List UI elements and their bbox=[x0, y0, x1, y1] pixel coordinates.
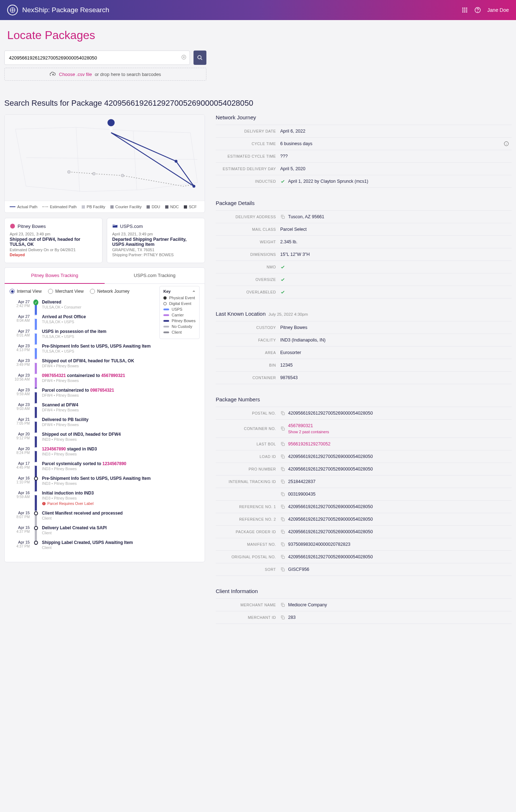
view-merchant[interactable]: Merchant View bbox=[48, 289, 83, 294]
svg-rect-37 bbox=[282, 556, 284, 558]
copy-icon[interactable] bbox=[280, 454, 285, 459]
timeline-event: Apr 158:07 PM Client Manifest received a… bbox=[10, 511, 200, 525]
tracking-card: Pitney Bowes Tracking USPS.com Tracking … bbox=[4, 267, 205, 562]
svg-rect-40 bbox=[282, 617, 284, 619]
csv-dropzone[interactable]: Choose .csv file or drop here to search … bbox=[4, 68, 206, 81]
copy-icon[interactable] bbox=[280, 529, 285, 534]
svg-rect-7 bbox=[464, 11, 465, 13]
kv-row: Merchant ID283 bbox=[216, 611, 512, 624]
timeline-event: Apr 161:10 PM Pre-Shipment Info Sent to … bbox=[10, 476, 200, 491]
copy-icon[interactable] bbox=[280, 517, 285, 522]
event-dot bbox=[34, 359, 38, 363]
timeline-event: Apr 233:49 PM Shipped out of DFW4, heade… bbox=[10, 358, 200, 373]
kv-row: CustodyPitney Bowes bbox=[216, 321, 512, 334]
timeline-event: Apr 217:05 PM Delivered to PB facility D… bbox=[10, 417, 200, 432]
help-icon[interactable] bbox=[474, 7, 481, 13]
copy-icon[interactable] bbox=[280, 214, 285, 219]
section-client-info: Client Information Merchant NameMediocre… bbox=[216, 588, 512, 624]
svg-rect-33 bbox=[282, 506, 284, 508]
copy-icon[interactable] bbox=[280, 542, 285, 547]
usps-logo-icon bbox=[112, 223, 118, 229]
kv-row: Dimensions15"L 12"W 3"H bbox=[216, 248, 512, 261]
copy-icon[interactable] bbox=[280, 479, 285, 484]
kv-row: Merchant NameMediocre Company bbox=[216, 598, 512, 611]
event-dot bbox=[34, 403, 38, 407]
kv-row: Overlabeled bbox=[216, 286, 512, 298]
svg-rect-30 bbox=[282, 468, 284, 471]
info-icon[interactable] bbox=[504, 141, 509, 146]
event-dot bbox=[34, 462, 38, 466]
kv-row: NMO bbox=[216, 261, 512, 273]
pitney-logo-icon bbox=[10, 223, 15, 229]
journey-map[interactable] bbox=[5, 115, 205, 201]
map-legend: Actual Path Estimated Path PB Facility C… bbox=[5, 201, 205, 212]
dropzone-text: or drop here to search barcodes bbox=[95, 72, 161, 77]
carrier-card-pitney[interactable]: Pitney Bowes April 23, 2021, 3:49 pm Shi… bbox=[4, 218, 102, 263]
svg-rect-34 bbox=[282, 519, 284, 521]
kv-row: Last BOL95661926129270052 bbox=[216, 438, 512, 450]
kv-row: Delivery DateApril 6, 2022 bbox=[216, 125, 512, 137]
event-dot bbox=[34, 541, 38, 545]
event-dot bbox=[34, 418, 38, 422]
svg-point-15 bbox=[92, 172, 95, 175]
event-dot bbox=[34, 433, 38, 436]
clear-icon[interactable] bbox=[181, 55, 186, 61]
kv-row: Postal No.420956619261292700526900005402… bbox=[216, 407, 512, 419]
check-icon bbox=[280, 290, 285, 295]
svg-rect-0 bbox=[462, 8, 463, 9]
copy-icon[interactable] bbox=[280, 492, 285, 497]
svg-point-12 bbox=[198, 56, 201, 59]
svg-rect-35 bbox=[282, 531, 284, 533]
copy-icon[interactable] bbox=[280, 554, 285, 559]
kv-row: Bin12345 bbox=[216, 359, 512, 371]
view-network[interactable]: Network Journey bbox=[90, 289, 129, 294]
timeline-event: Apr 169:59 AM Initial induction into IND… bbox=[10, 491, 200, 511]
timeline-event: Apr 278:04 AM Arrived at Post Office TUL… bbox=[10, 314, 200, 329]
kv-row: SortGISCF956 bbox=[216, 563, 512, 576]
carrier-card-usps[interactable]: USPS.com April 23, 2021, 3:49 pm Departe… bbox=[107, 218, 205, 263]
kv-row: Container No.4567890321Show 2 past conta… bbox=[216, 419, 512, 438]
copy-icon[interactable] bbox=[280, 426, 285, 431]
check-icon: ✓ bbox=[33, 300, 38, 305]
svg-rect-32 bbox=[282, 493, 284, 496]
svg-rect-1 bbox=[464, 8, 465, 9]
copy-icon[interactable] bbox=[280, 504, 285, 509]
kv-row: InductedApril 1, 2022 by Clayton Sprunck… bbox=[216, 175, 512, 188]
svg-rect-39 bbox=[282, 604, 284, 606]
search-button[interactable] bbox=[194, 51, 206, 65]
kv-row: Estimated Cycle Time??? bbox=[216, 150, 512, 162]
kv-row: Manifest No.9375089830240000020782823 bbox=[216, 538, 512, 550]
kv-row: Reference No. 14209566192612927005269000… bbox=[216, 500, 512, 513]
chevron-up-icon[interactable] bbox=[192, 290, 196, 293]
app-header: NexShip: Package Research Jane Doe bbox=[0, 0, 516, 20]
kv-row: Pro Number420956619261292700526900005402… bbox=[216, 463, 512, 475]
search-input[interactable] bbox=[4, 51, 190, 65]
tab-usps-tracking[interactable]: USPS.com Tracking bbox=[105, 268, 205, 284]
svg-rect-8 bbox=[466, 11, 467, 13]
copy-icon[interactable] bbox=[280, 411, 285, 416]
check-icon bbox=[280, 264, 285, 269]
tab-pitney-tracking[interactable]: Pitney Bowes Tracking bbox=[5, 268, 105, 284]
copy-icon[interactable] bbox=[280, 441, 285, 446]
copy-icon[interactable] bbox=[280, 567, 285, 572]
user-name[interactable]: Jane Doe bbox=[487, 7, 509, 13]
svg-point-10 bbox=[478, 11, 478, 12]
timeline-event: Apr 154:37 PM Shipping Label Created, US… bbox=[10, 540, 200, 555]
svg-rect-29 bbox=[282, 456, 284, 458]
kv-row: Container9876543 bbox=[216, 371, 512, 384]
copy-icon[interactable] bbox=[280, 615, 285, 620]
event-dot bbox=[34, 511, 38, 515]
copy-icon[interactable] bbox=[280, 602, 285, 607]
svg-point-19 bbox=[110, 128, 113, 130]
event-dot bbox=[34, 526, 38, 530]
choose-csv-link[interactable]: Choose .csv file bbox=[59, 72, 92, 77]
timeline-event: Apr 2310:56 AM 0987654321 containerized … bbox=[10, 373, 200, 388]
apps-icon[interactable] bbox=[462, 7, 468, 13]
kv-row: Original Postal No.420956619261292700526… bbox=[216, 550, 512, 563]
copy-icon[interactable] bbox=[280, 467, 285, 472]
timeline-event: Apr 234:13 PM Pre-Shipment Info Sent to … bbox=[10, 344, 200, 358]
view-internal[interactable]: Internal View bbox=[10, 289, 42, 294]
tracking-timeline: Apr 272:42 PM ✓ Delivered TULSA,OK • Con… bbox=[5, 294, 205, 562]
kv-row: Cycle Time6 business days bbox=[216, 137, 512, 150]
app-title: NexShip: Package Research bbox=[22, 6, 462, 14]
